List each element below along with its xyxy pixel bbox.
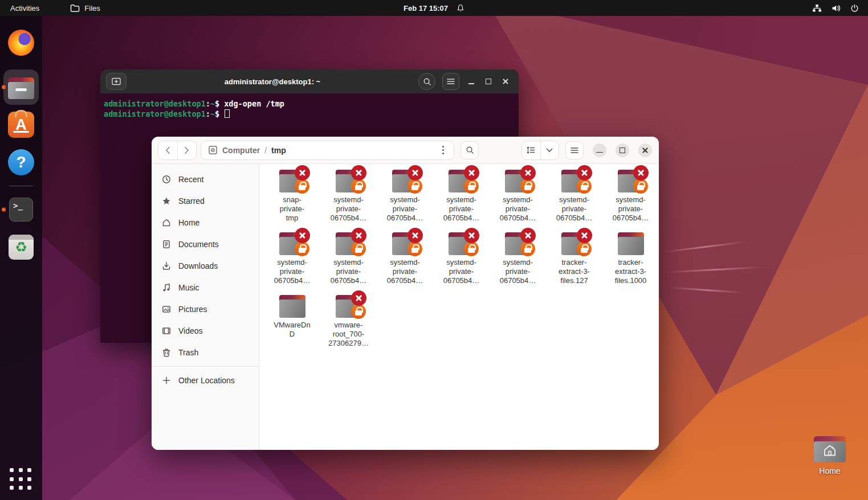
path-bar[interactable]: Computer / tmp (201, 141, 454, 160)
lock-badge-icon (520, 241, 535, 256)
error-badge-icon (295, 228, 310, 243)
dock-divider (9, 186, 33, 186)
file-item[interactable]: systemd- private- 06705b4… (381, 170, 429, 227)
file-label: systemd- private- 06705b4… (443, 195, 480, 223)
sidebar-item-pictures[interactable]: Pictures (152, 298, 259, 320)
file-item[interactable]: systemd- private- 06705b4… (494, 232, 542, 289)
file-item[interactable]: tracker- extract-3- files.1000 (606, 232, 655, 289)
sidebar-item-downloads[interactable]: Downloads (152, 255, 259, 277)
lock-badge-icon (577, 179, 592, 194)
home-shortcut-label: Home (819, 466, 840, 476)
clock-button[interactable]: Feb 17 15:07 (404, 4, 464, 13)
terminal-close-button[interactable] (500, 76, 511, 87)
file-item[interactable]: vmware- root_700- 27306279… (324, 295, 373, 352)
file-label: systemd- private- 06705b4… (274, 258, 311, 285)
star-icon (162, 196, 171, 206)
desktop-home-shortcut[interactable]: Home (812, 436, 848, 476)
dock: A ? >_ ♻ (0, 16, 42, 500)
files-window: Computer / tmp Recent (152, 137, 659, 450)
file-item[interactable]: systemd- private- 06705b4… (324, 232, 373, 289)
lock-badge-icon (520, 179, 535, 194)
file-item[interactable]: systemd- private- 06705b4… (324, 170, 373, 227)
top-bar: Activities Files Feb 17 15:07 (0, 0, 868, 16)
files-close-button[interactable] (638, 144, 652, 157)
sidebar-item-recent[interactable]: Recent (152, 169, 259, 190)
file-item[interactable]: VMwareDn D (268, 295, 316, 352)
file-item[interactable]: tracker- extract-3- files.127 (550, 232, 598, 289)
file-item[interactable]: systemd- private- 06705b4… (437, 170, 486, 227)
dock-help-button[interactable]: ? (0, 144, 42, 181)
terminal-maximize-button[interactable] (483, 76, 494, 87)
sidebar-item-home[interactable]: Home (152, 212, 259, 233)
file-item[interactable]: snap- private- tmp (268, 170, 316, 227)
folder-icon (279, 295, 306, 318)
files-search-button[interactable] (461, 141, 479, 159)
terminal-search-button[interactable] (418, 73, 435, 90)
files-headerbar[interactable]: Computer / tmp (152, 137, 659, 164)
firefox-icon (8, 30, 34, 56)
dock-terminal-button[interactable]: >_ (0, 191, 42, 228)
view-options-dropdown[interactable] (540, 141, 559, 159)
sidebar-item-label: Videos (178, 326, 203, 335)
file-label: vmware- root_700- 27306279… (328, 321, 369, 348)
computer-icon (208, 145, 218, 155)
dock-trash-button[interactable]: ♻ (0, 228, 42, 266)
files-minimize-button[interactable] (593, 144, 606, 157)
sidebar-item-other-locations[interactable]: Other Locations (152, 370, 259, 391)
file-item[interactable]: systemd- private- 06705b4… (381, 232, 429, 289)
app-grid-button[interactable] (10, 468, 32, 491)
terminal-window-title: administrator@desktop1: ~ (133, 77, 411, 86)
dock-ubuntu-software-button[interactable]: A (0, 106, 42, 144)
back-button[interactable] (158, 141, 177, 159)
plus-icon (162, 376, 171, 385)
file-label: systemd- private- 06705b4… (331, 195, 367, 223)
terminal-output[interactable]: administrator@desktop1:~$xdg-open /tmp a… (100, 93, 519, 124)
new-tab-button[interactable] (106, 73, 127, 90)
lock-badge-icon (295, 241, 309, 256)
file-label: snap- private- tmp (280, 195, 304, 223)
sidebar-item-trash[interactable]: Trash (152, 342, 259, 363)
ubuntu-software-icon: A (8, 112, 34, 138)
activities-button[interactable]: Activities (10, 0, 39, 16)
lock-badge-icon (351, 304, 366, 319)
lock-badge-icon (295, 179, 309, 194)
terminal-minimize-button[interactable] (466, 76, 476, 87)
folder-icon (335, 170, 362, 192)
terminal-titlebar[interactable]: administrator@desktop1: ~ (100, 69, 519, 93)
terminal-menu-button[interactable] (442, 73, 459, 90)
file-item[interactable]: systemd- private- 06705b4… (437, 232, 486, 289)
list-view-button[interactable] (522, 141, 540, 159)
file-item[interactable]: systemd- private- 06705b4… (550, 170, 598, 227)
file-item[interactable]: systemd- private- 06705b4… (606, 170, 655, 227)
lock-badge-icon (407, 241, 422, 256)
files-maximize-button[interactable] (616, 144, 629, 157)
folder-icon (392, 170, 419, 192)
sidebar-item-videos[interactable]: Videos (152, 320, 259, 342)
app-menu-files[interactable]: Files (70, 0, 100, 16)
file-item[interactable]: systemd- private- 06705b4… (268, 232, 316, 289)
file-label: systemd- private- 06705b4… (443, 258, 480, 285)
sidebar-item-starred[interactable]: Starred (152, 190, 259, 212)
forward-button[interactable] (177, 141, 197, 159)
file-grid: snap- private- tmp systemd- private- 067… (259, 164, 659, 450)
home-folder-icon (814, 436, 846, 462)
path-options-button[interactable] (435, 143, 450, 158)
sidebar-item-documents[interactable]: Documents (152, 233, 259, 255)
breadcrumb-current[interactable]: tmp (271, 146, 286, 155)
sidebar-item-label: Pictures (178, 305, 207, 314)
folder-icon (617, 170, 645, 192)
dock-files-button[interactable] (0, 68, 42, 106)
notification-bell-icon (456, 4, 464, 13)
file-item[interactable]: systemd- private- 06705b4… (494, 170, 542, 227)
error-badge-icon (464, 228, 479, 243)
sidebar-item-music[interactable]: Music (152, 277, 259, 298)
breadcrumb-root[interactable]: Computer (222, 146, 260, 155)
sidebar-item-label: Documents (178, 240, 219, 249)
system-status-area[interactable] (812, 4, 859, 13)
files-menu-button[interactable] (565, 141, 584, 159)
error-badge-icon (577, 165, 592, 181)
file-label: systemd- private- 06705b4… (387, 195, 423, 223)
error-badge-icon (407, 228, 423, 243)
folder-icon (561, 170, 588, 192)
dock-firefox-button[interactable] (0, 24, 42, 62)
